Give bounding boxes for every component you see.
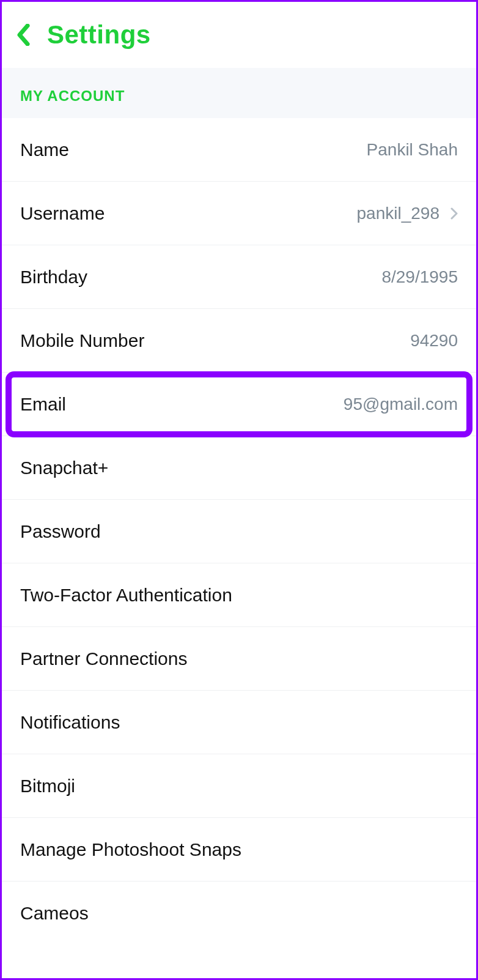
- row-notifications-label: Notifications: [20, 712, 120, 733]
- row-notifications[interactable]: Notifications: [2, 691, 476, 754]
- row-password-label: Password: [20, 521, 101, 542]
- page-title: Settings: [47, 20, 151, 50]
- section-header-my-account: MY ACCOUNT: [2, 68, 476, 118]
- row-name[interactable]: Name Pankil Shah: [2, 118, 476, 182]
- row-name-label: Name: [20, 139, 69, 160]
- row-birthday-value: 8/29/1995: [381, 267, 458, 287]
- chevron-right-icon: [450, 207, 458, 220]
- row-cameos[interactable]: Cameos: [2, 882, 476, 945]
- row-photoshoot-label: Manage Photoshoot Snaps: [20, 839, 241, 860]
- row-mobile-number[interactable]: Mobile Number 94290: [2, 309, 476, 373]
- row-cameos-label: Cameos: [20, 903, 89, 924]
- row-manage-photoshoot[interactable]: Manage Photoshoot Snaps: [2, 818, 476, 882]
- row-two-factor-label: Two-Factor Authentication: [20, 585, 232, 606]
- row-birthday-label: Birthday: [20, 267, 87, 288]
- row-bitmoji[interactable]: Bitmoji: [2, 754, 476, 818]
- row-email-value: 95@gmail.com: [344, 395, 458, 414]
- back-chevron-icon[interactable]: [17, 24, 30, 46]
- row-email[interactable]: Email 95@gmail.com: [2, 373, 476, 436]
- settings-header: Settings: [2, 2, 476, 68]
- row-birthday[interactable]: Birthday 8/29/1995: [2, 245, 476, 309]
- settings-list: Name Pankil Shah Username pankil_298 Bir…: [2, 118, 476, 945]
- row-partner-label: Partner Connections: [20, 648, 188, 669]
- row-password[interactable]: Password: [2, 500, 476, 563]
- row-partner-connections[interactable]: Partner Connections: [2, 627, 476, 691]
- row-username-value-text: pankil_298: [357, 204, 439, 223]
- row-username-label: Username: [20, 203, 105, 224]
- row-mobile-label: Mobile Number: [20, 330, 144, 351]
- row-mobile-value: 94290: [410, 331, 458, 351]
- row-snapchat-plus[interactable]: Snapchat+: [2, 436, 476, 500]
- row-bitmoji-label: Bitmoji: [20, 776, 75, 796]
- row-email-label: Email: [20, 394, 66, 415]
- row-username-value: pankil_298: [357, 204, 458, 223]
- row-username[interactable]: Username pankil_298: [2, 182, 476, 245]
- row-two-factor[interactable]: Two-Factor Authentication: [2, 563, 476, 627]
- row-name-value: Pankil Shah: [367, 140, 458, 160]
- row-snapchat-plus-label: Snapchat+: [20, 458, 108, 478]
